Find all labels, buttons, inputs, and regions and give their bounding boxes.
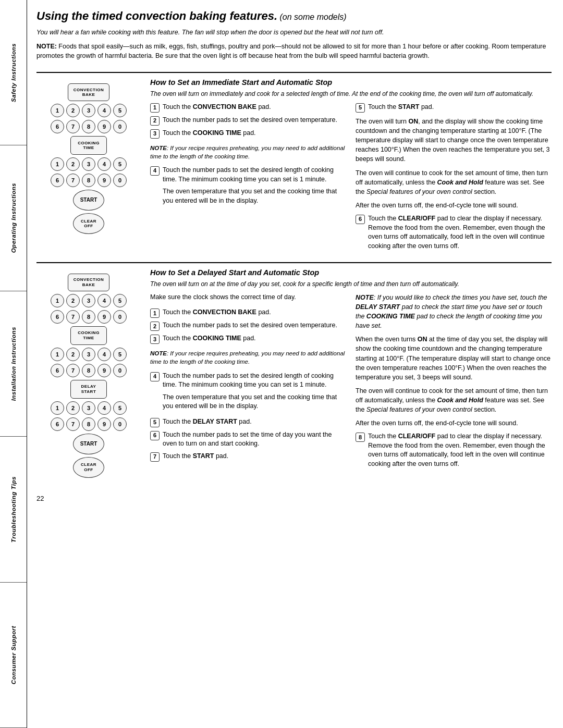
num-btn-1[interactable]: 1 xyxy=(51,104,64,117)
step-2-8: 8 Touch the CLEAR/OFF pad to clear the d… xyxy=(356,432,552,468)
num-btn-7[interactable]: 7 xyxy=(66,120,80,133)
section2-left-col: Make sure the clock shows the correct ti… xyxy=(150,293,346,469)
sidebar-section-safety: Safety Instructions xyxy=(0,0,27,145)
s2-num-btn-8b[interactable]: 8 xyxy=(82,364,95,377)
s2-num-btn-6c[interactable]: 6 xyxy=(51,417,64,431)
step-text-5: Touch the START pad. xyxy=(368,103,552,112)
num-btn-4[interactable]: 4 xyxy=(97,104,111,117)
section1-right-p3: After the oven turns off, the end-of-cyc… xyxy=(356,201,552,210)
section1-intro: The oven will turn on immediately and co… xyxy=(150,90,552,98)
s2-num-btn-9b[interactable]: 9 xyxy=(97,364,111,377)
num-btn-6[interactable]: 6 xyxy=(51,120,64,133)
s2-num-btn-0c[interactable]: 0 xyxy=(113,417,127,431)
num-btn-4b[interactable]: 4 xyxy=(97,157,111,171)
convection-bake-button-2[interactable]: CONVECTION BAKE xyxy=(68,274,109,291)
s2-num-btn-1b[interactable]: 1 xyxy=(51,348,64,361)
convection-bake-button[interactable]: CONVECTION BAKE xyxy=(68,83,109,101)
s2-step-num-5: 5 xyxy=(150,418,160,427)
s2-step-num-8: 8 xyxy=(356,433,365,442)
s2-num-btn-0b[interactable]: 0 xyxy=(113,364,127,377)
s2-step-text-4: Touch the number pads to set the desired… xyxy=(163,372,346,390)
clear-off-button-1[interactable]: CLEAR OFF xyxy=(73,213,104,234)
section1-steps: 1 Touch the CONVECTION BAKE pad. 2 Touch… xyxy=(150,103,346,205)
delay-start-button[interactable]: DELAY START xyxy=(70,380,107,399)
s2-num-btn-1c[interactable]: 1 xyxy=(51,401,64,415)
s2-num-btn-3b[interactable]: 3 xyxy=(82,348,95,361)
start-button-2[interactable]: START xyxy=(73,434,104,454)
num-btn-3b[interactable]: 3 xyxy=(82,157,95,171)
s2-step-num-6: 6 xyxy=(150,431,160,440)
step-1-1: 1 Touch the CONVECTION BAKE pad. xyxy=(150,103,346,113)
s2-num-btn-2b[interactable]: 2 xyxy=(66,348,80,361)
section1-heading: How to Set an Immediate Start and Automa… xyxy=(150,78,552,87)
step-1-2: 2 Touch the number pads to set the desir… xyxy=(150,116,346,126)
s2-num-btn-6b[interactable]: 6 xyxy=(51,364,64,377)
s2-step-text-2: Touch the number pads to set the desired… xyxy=(163,321,346,330)
section2-display-note: The oven temperature that you set and th… xyxy=(163,393,346,411)
s2-num-btn-3[interactable]: 3 xyxy=(82,294,95,307)
step-text-2: Touch the number pads to set the desired… xyxy=(163,116,346,125)
num-btn-3[interactable]: 3 xyxy=(82,104,95,117)
step-2-4: 4 Touch the number pads to set the desir… xyxy=(150,372,346,390)
s2-num-btn-3c[interactable]: 3 xyxy=(82,401,95,415)
section2-right-note: NOTE: If you would like to check the tim… xyxy=(356,293,552,331)
s2-num-btn-5c[interactable]: 5 xyxy=(113,401,127,415)
num-btn-2[interactable]: 2 xyxy=(66,104,80,117)
num-btn-9[interactable]: 9 xyxy=(97,120,111,133)
start-button-1[interactable]: START xyxy=(73,190,104,211)
s2-num-btn-7[interactable]: 7 xyxy=(66,310,80,324)
step-2-6: 6 Touch the number pads to set the time … xyxy=(150,430,346,449)
step-num-2: 2 xyxy=(150,116,160,126)
s2-num-btn-9[interactable]: 9 xyxy=(97,310,111,324)
section1-right-p2: The oven will continue to cook for the s… xyxy=(356,168,552,196)
s2-num-btn-8c[interactable]: 8 xyxy=(82,417,95,431)
s2-step-text-8: Touch the CLEAR/OFF pad to clear the dis… xyxy=(368,432,552,468)
num-btn-7b[interactable]: 7 xyxy=(66,174,80,187)
num-row-s2-4: 6 7 8 9 0 xyxy=(51,364,127,377)
s2-num-btn-4[interactable]: 4 xyxy=(97,294,111,307)
s2-num-btn-5[interactable]: 5 xyxy=(113,294,127,307)
s2-num-btn-6[interactable]: 6 xyxy=(51,310,64,324)
sidebar-label-installation: Installation Instructions xyxy=(10,327,17,401)
num-btn-8b[interactable]: 8 xyxy=(82,174,95,187)
num-row-1: 1 2 3 4 5 xyxy=(51,104,127,117)
s2-num-btn-1[interactable]: 1 xyxy=(51,294,64,307)
sidebar-section-troubleshooting: Troubleshooting Tips xyxy=(0,437,27,582)
s2-num-btn-0[interactable]: 0 xyxy=(113,310,127,324)
num-btn-9b[interactable]: 9 xyxy=(97,174,111,187)
s2-step-num-7: 7 xyxy=(150,452,160,462)
num-btn-0[interactable]: 0 xyxy=(113,120,127,133)
num-btn-1b[interactable]: 1 xyxy=(51,157,64,171)
s2-num-btn-8[interactable]: 8 xyxy=(82,310,95,324)
section1-right-p1: The oven will turn ON, and the display w… xyxy=(356,117,552,164)
intro-text: You will hear a fan while cooking with t… xyxy=(36,28,552,38)
step-2-1: 1 Touch the CONVECTION BAKE pad. xyxy=(150,308,346,318)
num-btn-8[interactable]: 8 xyxy=(82,120,95,133)
s2-num-btn-5b[interactable]: 5 xyxy=(113,348,127,361)
cooking-time-button-2[interactable]: COOKING TIME xyxy=(70,326,107,345)
num-row-3: 1 2 3 4 5 xyxy=(51,157,127,171)
s2-num-btn-4c[interactable]: 4 xyxy=(97,401,111,415)
step-2-7: 7 Touch the START pad. xyxy=(150,452,346,462)
num-btn-6b[interactable]: 6 xyxy=(51,174,64,187)
section2-right-p3: After the oven turns off, the end-of-cyc… xyxy=(356,418,552,428)
section1-block: CONVECTION BAKE 1 2 3 4 5 6 7 8 9 0 xyxy=(36,78,552,251)
s2-num-btn-9c[interactable]: 9 xyxy=(97,417,111,431)
s2-num-btn-7c[interactable]: 7 xyxy=(66,417,80,431)
num-btn-5b[interactable]: 5 xyxy=(113,157,127,171)
s2-step-text-1: Touch the CONVECTION BAKE pad. xyxy=(163,308,346,317)
num-btn-2b[interactable]: 2 xyxy=(66,157,80,171)
step-num-1: 1 xyxy=(150,103,160,113)
s2-num-btn-7b[interactable]: 7 xyxy=(66,364,80,377)
keypad-diagram-2: CONVECTION BAKE 1 2 3 4 5 6 7 8 9 0 xyxy=(42,268,136,483)
step-1-5: 5 Touch the START pad. xyxy=(356,103,552,113)
clear-off-button-2[interactable]: CLEAR OFF xyxy=(73,457,104,478)
cooking-time-button[interactable]: COOKING TIME xyxy=(70,136,107,155)
section1-display-note: The oven temperature that you set and th… xyxy=(163,187,346,205)
num-btn-0b[interactable]: 0 xyxy=(113,174,127,187)
num-btn-5[interactable]: 5 xyxy=(113,104,127,117)
s2-num-btn-2[interactable]: 2 xyxy=(66,294,80,307)
step-2-3: 3 Touch the COOKING TIME pad. xyxy=(150,334,346,344)
s2-num-btn-2c[interactable]: 2 xyxy=(66,401,80,415)
s2-num-btn-4b[interactable]: 4 xyxy=(97,348,111,361)
